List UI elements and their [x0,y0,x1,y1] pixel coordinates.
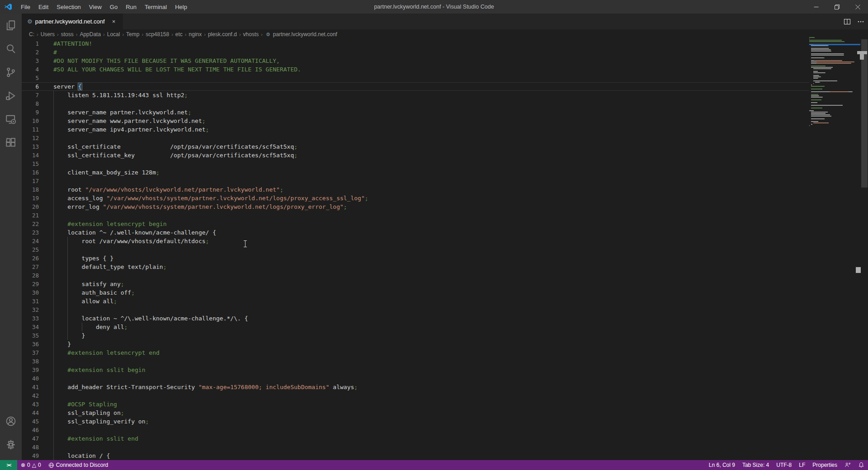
code-line-36[interactable]: 36 } [22,340,809,348]
code-line-12[interactable]: 12 [22,134,809,142]
code-line-23[interactable]: 23 location ^~ /.well-known/acme-challen… [22,228,809,237]
extensions-icon[interactable] [0,131,22,155]
code-line-40[interactable]: 40 [22,374,809,383]
menu-terminal[interactable]: Terminal [141,0,171,14]
code-line-10[interactable]: 10 server_name www.partner.lvckyworld.ne… [22,117,809,125]
encoding-setting[interactable]: UTF-8 [773,460,795,470]
close-icon[interactable] [847,0,868,14]
breadcrumb-item[interactable]: vhosts [242,31,260,38]
code-line-9[interactable]: 9 server_name partner.lvckyworld.net; [22,108,809,117]
code-line-3[interactable]: 3#DO NOT MODIFY THIS FILE BECAUSE IT WAS… [22,56,809,65]
code-line-30[interactable]: 30 auth_basic off; [22,288,809,297]
menu-go[interactable]: Go [106,0,122,14]
more-actions-icon[interactable] [857,18,864,25]
breadcrumb-item[interactable]: Local [106,31,121,38]
code-line-47[interactable]: 47 #extension sslit end [22,434,809,443]
code-line-29[interactable]: 29 satisfy any; [22,280,809,288]
code-line-43[interactable]: 43 #OCSP Stapling [22,400,809,409]
minimize-icon[interactable] [806,0,826,14]
vertical-scrollbar[interactable] [861,39,868,188]
code-line-22[interactable]: 22 #extension letsencrypt begin [22,220,809,228]
code-line-6[interactable]: 6server { [22,82,809,91]
code-line-48[interactable]: 48 [22,443,809,451]
code-line-26[interactable]: 26 types { } [22,254,809,263]
menu-edit[interactable]: Edit [34,0,52,14]
breadcrumb-item[interactable]: C: [28,31,35,38]
code-line-2[interactable]: 2# [22,48,809,56]
discord-status[interactable]: Connected to Discord [45,460,112,470]
code-line-42[interactable]: 42 [22,391,809,400]
code-line-17[interactable]: 17 [22,177,809,185]
code-line-46[interactable]: 46 [22,426,809,434]
breadcrumb-item[interactable]: Temp [125,31,140,38]
minimap-line [809,85,861,85]
code-line-25[interactable]: 25 [22,245,809,254]
code-line-1[interactable]: 1#ATTENTION! [22,39,809,48]
code-line-11[interactable]: 11 server_name ipv4.partner.lvckyworld.n… [22,125,809,134]
code-line-49[interactable]: 49 location / { [22,451,809,460]
search-icon[interactable] [0,37,22,61]
breadcrumb-item[interactable]: nginx [188,31,203,38]
code-line-32[interactable]: 32 [22,306,809,314]
code-line-15[interactable]: 15 [22,160,809,168]
remote-explorer-icon[interactable] [0,108,22,131]
code-line-31[interactable]: 31 allow all; [22,297,809,306]
code-line-21[interactable]: 21 [22,211,809,220]
code-line-27[interactable]: 27 default_type text/plain; [22,263,809,271]
code-line-16[interactable]: 16 client_max_body_size 128m; [22,168,809,177]
code-line-35[interactable]: 35 } [22,331,809,340]
menu-selection[interactable]: Selection [52,0,85,14]
code-line-8[interactable]: 8 [22,99,809,108]
code-line-45[interactable]: 45 ssl_stapling_verify on; [22,417,809,426]
menu-file[interactable]: File [17,0,34,14]
indentation-setting[interactable]: Tab Size: 4 [739,460,773,470]
code-line-4[interactable]: 4#SO ALL YOUR CHANGES WILL BE LOST THE N… [22,65,809,74]
account-icon[interactable] [0,409,22,433]
code-line-41[interactable]: 41 add_header Strict-Transport-Security … [22,383,809,391]
breadcrumb-item[interactable]: partner.lvckyworld.net.conf [272,31,338,38]
line-number: 12 [22,134,39,142]
code-editor[interactable]: 1#ATTENTION!2#3#DO NOT MODIFY THIS FILE … [22,39,809,460]
eol-setting[interactable]: LF [795,460,809,470]
code-line-38[interactable]: 38 [22,357,809,366]
problems-status[interactable]: ⊗ 0 △ 0 [17,460,45,470]
feedback-icon[interactable] [841,460,854,470]
notifications-bell-icon[interactable] [854,460,868,470]
code-line-33[interactable]: 33 location ~ ^/\.well-known/acme-challe… [22,314,809,323]
restore-icon[interactable] [826,0,847,14]
code-line-39[interactable]: 39 #extension sslit begin [22,366,809,374]
run-debug-icon[interactable] [0,84,22,108]
line-number: 48 [22,443,39,451]
code-line-18[interactable]: 18 root "/var/www/vhosts/lvckyworld.net/… [22,185,809,194]
code-line-34[interactable]: 34 deny all; [22,323,809,331]
remote-indicator[interactable]: >< [0,460,17,470]
code-line-20[interactable]: 20 error_log "/var/www/vhosts/system/par… [22,202,809,211]
minimap[interactable] [809,37,861,127]
code-line-19[interactable]: 19 access_log "/var/www/vhosts/system/pa… [22,194,809,202]
code-line-7[interactable]: 7 listen 5.181.151.19:443 ssl http2; [22,91,809,99]
source-control-icon[interactable] [0,61,22,84]
code-line-13[interactable]: 13 ssl_certificate /opt/psa/var/certific… [22,142,809,151]
code-line-14[interactable]: 14 ssl_certificate_key /opt/psa/var/cert… [22,151,809,160]
code-line-24[interactable]: 24 root /var/www/vhosts/default/htdocs; [22,237,809,245]
menu-run[interactable]: Run [122,0,141,14]
breadcrumb-item[interactable]: etc [175,31,184,38]
breadcrumb-item[interactable]: scp48158 [145,31,170,38]
cursor-position[interactable]: Ln 6, Col 9 [705,460,739,470]
menu-view[interactable]: View [85,0,106,14]
split-editor-icon[interactable] [844,18,851,25]
breadcrumb-item[interactable]: stoss [60,31,75,38]
code-line-28[interactable]: 28 [22,271,809,280]
breadcrumb-item[interactable]: plesk.conf.d [207,31,238,38]
breadcrumb-item[interactable]: AppData [79,31,102,38]
language-mode[interactable]: Properties [809,460,841,470]
breadcrumb-item[interactable]: Users [40,31,56,38]
code-line-5[interactable]: 5 [22,74,809,82]
code-line-44[interactable]: 44 ssl_stapling on; [22,409,809,417]
code-line-37[interactable]: 37 #extension letsencrypt end [22,348,809,357]
menu-help[interactable]: Help [171,0,191,14]
explorer-icon[interactable] [0,14,22,37]
tab-partner-conf[interactable]: ⚙ partner.lvckyworld.net.conf × [22,14,123,29]
settings-gear-icon[interactable] [0,433,22,456]
tab-close-icon[interactable]: × [109,17,118,26]
